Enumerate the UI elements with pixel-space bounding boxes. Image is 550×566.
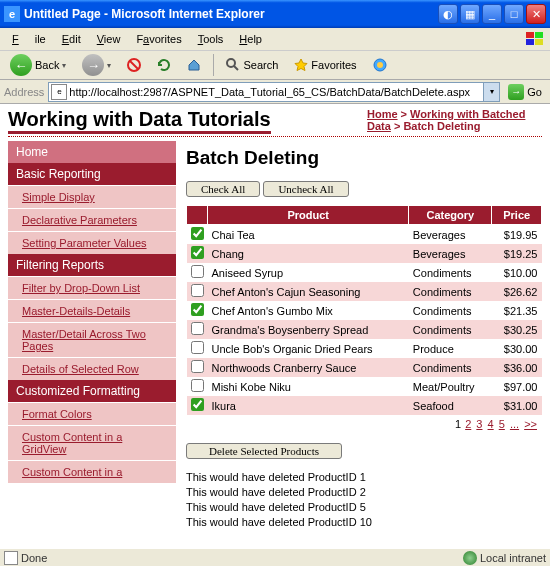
breadcrumb: Home > Working with Batched Data > Batch… xyxy=(367,108,542,132)
refresh-icon xyxy=(157,58,171,72)
menu-edit[interactable]: Edit xyxy=(54,31,89,47)
pager-next[interactable]: >> xyxy=(524,418,537,430)
cell-category: Seafood xyxy=(409,396,492,415)
search-button[interactable]: Search xyxy=(220,56,284,74)
col-price: Price xyxy=(492,206,542,225)
stop-icon xyxy=(127,58,141,72)
sidebar-item-master-details-details[interactable]: Master-Details-Details xyxy=(8,299,176,322)
stop-button[interactable] xyxy=(121,56,147,74)
menu-favorites[interactable]: Favorites xyxy=(128,31,189,47)
table-row: Mishi Kobe NikuMeat/Poultry$97.00 xyxy=(187,377,542,396)
cell-product: Aniseed Syrup xyxy=(208,263,409,282)
sidebar-item-custom-content-partial[interactable]: Custom Content in a xyxy=(8,460,176,483)
refresh-button[interactable] xyxy=(151,56,177,74)
windows-logo-icon xyxy=(524,30,546,48)
row-checkbox[interactable] xyxy=(191,322,204,335)
menu-tools[interactable]: Tools xyxy=(190,31,232,47)
sidebar-item-master-detail-two-pages[interactable]: Master/Detail Across Two Pages xyxy=(8,322,176,357)
theme-button[interactable]: ◐ xyxy=(438,4,458,24)
check-all-button[interactable]: Check All xyxy=(186,181,260,197)
uncheck-all-button[interactable]: Uncheck All xyxy=(263,181,348,197)
cell-category: Condiments xyxy=(409,263,492,282)
pager-page[interactable]: 5 xyxy=(499,418,505,430)
table-row: Chai TeaBeverages$19.95 xyxy=(187,225,542,245)
pager: 1 2 3 4 5 ... >> xyxy=(186,415,542,433)
pager-ellipsis[interactable]: ... xyxy=(510,418,519,430)
delete-selected-button[interactable]: Delete Selected Products xyxy=(186,443,342,459)
ie-icon: e xyxy=(4,6,20,22)
cell-price: $19.25 xyxy=(492,244,542,263)
cell-product: Mishi Kobe Niku xyxy=(208,377,409,396)
cell-product: Grandma's Boysenberry Spread xyxy=(208,320,409,339)
favorites-label: Favorites xyxy=(311,59,356,71)
cell-category: Condiments xyxy=(409,320,492,339)
go-button[interactable]: → Go xyxy=(504,82,546,102)
row-checkbox[interactable] xyxy=(191,360,204,373)
row-checkbox[interactable] xyxy=(191,227,204,240)
svg-point-9 xyxy=(377,62,383,68)
sidebar-home[interactable]: Home xyxy=(8,141,176,163)
sidebar-section-basic-reporting[interactable]: Basic Reporting xyxy=(8,163,176,185)
menubar: File Edit View Favorites Tools Help xyxy=(0,28,550,50)
address-input[interactable] xyxy=(69,84,483,100)
star-icon xyxy=(294,58,308,72)
cell-price: $97.00 xyxy=(492,377,542,396)
statusbar: Done Local intranet xyxy=(0,548,550,566)
home-icon xyxy=(187,58,201,72)
back-label: Back xyxy=(35,59,59,71)
row-checkbox[interactable] xyxy=(191,303,204,316)
pager-page[interactable]: 4 xyxy=(488,418,494,430)
sidebar-item-simple-display[interactable]: Simple Display xyxy=(8,185,176,208)
table-row: Aniseed SyrupCondiments$10.00 xyxy=(187,263,542,282)
row-checkbox[interactable] xyxy=(191,341,204,354)
cell-price: $36.00 xyxy=(492,358,542,377)
close-button[interactable]: ✕ xyxy=(526,4,546,24)
tile-button[interactable]: ▦ xyxy=(460,4,480,24)
cell-category: Beverages xyxy=(409,225,492,245)
media-button[interactable] xyxy=(367,56,393,74)
menu-help[interactable]: Help xyxy=(231,31,270,47)
row-checkbox[interactable] xyxy=(191,398,204,411)
sidebar-item-custom-content-gridview[interactable]: Custom Content in a GridView xyxy=(8,425,176,460)
sidebar-item-filter-dropdown[interactable]: Filter by Drop-Down List xyxy=(8,276,176,299)
chevron-down-icon: ▾ xyxy=(62,61,66,70)
cell-category: Produce xyxy=(409,339,492,358)
svg-line-7 xyxy=(234,66,238,70)
sidebar-section-filtering-reports[interactable]: Filtering Reports xyxy=(8,254,176,276)
table-row: Chef Anton's Cajun SeasoningCondiments$2… xyxy=(187,282,542,301)
cell-category: Condiments xyxy=(409,282,492,301)
sidebar-item-details-selected-row[interactable]: Details of Selected Row xyxy=(8,357,176,380)
main-content: Batch Deleting Check All Uncheck All Pro… xyxy=(186,141,542,531)
row-checkbox[interactable] xyxy=(191,284,204,297)
menu-view[interactable]: View xyxy=(89,31,129,47)
row-checkbox[interactable] xyxy=(191,246,204,259)
pager-page[interactable]: 2 xyxy=(465,418,471,430)
chevron-down-icon: ▾ xyxy=(107,61,111,70)
pager-page[interactable]: 3 xyxy=(476,418,482,430)
address-dropdown[interactable]: ▾ xyxy=(483,83,499,101)
cell-category: Beverages xyxy=(409,244,492,263)
home-button[interactable] xyxy=(181,56,207,74)
sidebar-section-customized-formatting[interactable]: Customized Formatting xyxy=(8,380,176,402)
back-button[interactable]: ← Back ▾ xyxy=(4,52,72,78)
result-line: This would have deleted ProductID 1 xyxy=(186,471,542,483)
media-icon xyxy=(373,58,387,72)
minimize-button[interactable]: _ xyxy=(482,4,502,24)
search-icon xyxy=(226,58,240,72)
favorites-button[interactable]: Favorites xyxy=(288,56,362,74)
breadcrumb-current: Batch Deleting xyxy=(403,120,480,132)
row-checkbox[interactable] xyxy=(191,265,204,278)
svg-rect-3 xyxy=(535,39,543,45)
page-heading: Batch Deleting xyxy=(186,147,542,169)
cell-product: Chang xyxy=(208,244,409,263)
sidebar-item-setting-parameter-values[interactable]: Setting Parameter Values xyxy=(8,231,176,254)
sidebar-item-format-colors[interactable]: Format Colors xyxy=(8,402,176,425)
maximize-button[interactable]: □ xyxy=(504,4,524,24)
forward-button[interactable]: → ▾ xyxy=(76,52,117,78)
cell-product: Chef Anton's Cajun Seasoning xyxy=(208,282,409,301)
row-checkbox[interactable] xyxy=(191,379,204,392)
sidebar-item-declarative-parameters[interactable]: Declarative Parameters xyxy=(8,208,176,231)
breadcrumb-home[interactable]: Home xyxy=(367,108,398,120)
svg-rect-0 xyxy=(526,32,534,38)
menu-file[interactable]: File xyxy=(4,31,54,47)
